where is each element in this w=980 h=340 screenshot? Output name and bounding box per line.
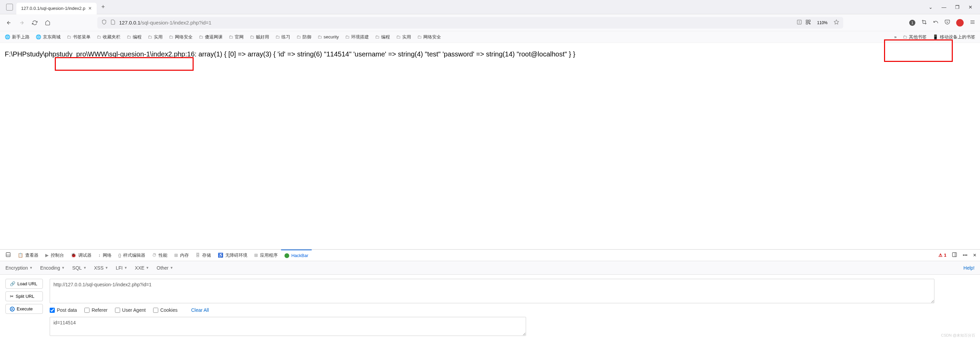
devtools-dock-icon[interactable] [3, 252, 13, 258]
forward-button[interactable] [18, 19, 26, 27]
zoom-level[interactable]: 110% [814, 20, 830, 26]
devtools-tab[interactable]: ↕网络 [95, 249, 115, 261]
qr-icon[interactable] [805, 19, 811, 26]
caret-down-icon: ▼ [146, 266, 149, 270]
tab-icon: ↕ [98, 253, 101, 258]
bookmark-item[interactable]: 🗀收藏夹栏 [97, 34, 121, 40]
hackbar-help-link[interactable]: Help! [963, 265, 975, 271]
bookmark-item[interactable]: 🗀security [318, 34, 339, 40]
watermark: CSDN @未知百分百 [941, 333, 975, 338]
tab-close-icon[interactable]: ✕ [88, 6, 92, 11]
play-icon [10, 307, 14, 311]
shield-icon[interactable] [102, 19, 107, 26]
folder-icon: 🗀 [67, 34, 71, 40]
hackbar-menu[interactable]: LFI▼ [116, 265, 127, 271]
bookmark-item[interactable]: 🗀练习 [275, 34, 290, 40]
load-url-button[interactable]: 🔗Load URL [5, 279, 43, 289]
devtools-tab[interactable]: ▶控制台 [42, 249, 67, 261]
folder-icon: 🗀 [127, 34, 131, 40]
overflow-chevron-icon[interactable]: » [894, 34, 897, 40]
bookmark-label: 新手上路 [12, 34, 30, 40]
devtools-panel: 📋查看器▶控制台🐞调试器↕网络{}样式编辑器⏱性能⊞内存🗄存储♿无障碍环境⊞应用… [0, 249, 980, 340]
bookmark-item[interactable]: 🗀网络安全 [169, 34, 192, 40]
devtools-tab[interactable]: {}样式编辑器 [115, 249, 149, 261]
window-panel-icon[interactable] [6, 4, 13, 11]
hackbar-menu[interactable]: Encoding▼ [40, 265, 65, 271]
navbar: 127.0.0.1/sql-quesion-1/index2.php?id=1 … [0, 14, 980, 31]
devtools-tab[interactable]: 📋查看器 [14, 249, 42, 261]
user-agent-checkbox[interactable]: User Agent [115, 307, 146, 313]
caret-down-icon: ▼ [29, 266, 33, 270]
minimize-button[interactable]: — [942, 5, 946, 10]
devtools-tab[interactable]: ♿无障碍环境 [215, 249, 251, 261]
bookmark-item[interactable]: 🗀傻逼网课 [199, 34, 223, 40]
bookmark-label: 网络安全 [175, 34, 192, 40]
hackbar-menu[interactable]: Other▼ [156, 265, 173, 271]
devtools-more-icon[interactable]: ••• [963, 253, 967, 258]
mobile-bookmarks[interactable]: 📱移动设备上的书签 [933, 34, 975, 40]
bookmark-item[interactable]: 🗀书签菜单 [67, 34, 91, 40]
post-data-checkbox[interactable]: Post data [50, 307, 77, 313]
devtools-tab[interactable]: ⊞内存 [171, 249, 192, 261]
other-bookmarks[interactable]: 🗀其他书签 [903, 34, 927, 40]
referer-checkbox[interactable]: Referer [84, 307, 108, 313]
caret-down-icon: ▼ [61, 266, 65, 270]
bookmarks-bar: 🌐新手上路🌐京东商城🗀书签菜单🗀收藏夹栏🗀编程🗀实用🗀网络安全🗀傻逼网课🗀官网🗀… [0, 31, 980, 43]
undo-icon[interactable] [933, 19, 939, 26]
hackbar-menu[interactable]: XXE▼ [135, 265, 149, 271]
bookmark-item[interactable]: 🗀网络安全 [417, 34, 441, 40]
bookmark-item[interactable]: 🗀环境搭建 [345, 34, 369, 40]
bookmark-star-icon[interactable] [834, 19, 839, 26]
bookmark-item[interactable]: 🌐京东商城 [36, 34, 60, 40]
bookmark-item[interactable]: 🗀防御 [296, 34, 311, 40]
hackbar-menu[interactable]: SQL▼ [72, 265, 86, 271]
browser-tab[interactable]: 127.0.0.1/sql-quesion-1/index2.p ✕ [16, 3, 97, 14]
devtools-tab[interactable]: ⊞应用程序 [251, 249, 281, 261]
pocket-icon[interactable] [945, 19, 950, 26]
reload-button[interactable] [30, 19, 39, 27]
home-button[interactable] [43, 19, 52, 27]
bookmark-item[interactable]: 🗀编程 [375, 34, 390, 40]
bookmark-item[interactable]: 🗀贼好用 [250, 34, 269, 40]
bookmark-item[interactable]: 🗀官网 [229, 34, 243, 40]
devtools-tab[interactable]: 🐞调试器 [67, 249, 95, 261]
url-bar[interactable]: 127.0.0.1/sql-quesion-1/index2.php?id=1 … [97, 17, 843, 29]
bookmark-item[interactable]: 🗀实用 [396, 34, 411, 40]
page-icon[interactable] [110, 19, 116, 26]
split-url-button[interactable]: ✂Split URL [5, 291, 43, 301]
bookmarks-overflow: » 🗀其他书签 📱移动设备上的书签 [894, 34, 975, 40]
bookmark-item[interactable]: 🌐新手上路 [5, 34, 30, 40]
hackbar-menu[interactable]: Encryption▼ [5, 265, 33, 271]
chevron-down-icon[interactable]: ⌄ [929, 5, 933, 10]
hackbar-menu[interactable]: XSS▼ [94, 265, 108, 271]
bookmark-item[interactable]: 🗀编程 [127, 34, 142, 40]
error-count[interactable]: 1 [939, 253, 946, 258]
svg-rect-4 [809, 20, 811, 22]
close-window-button[interactable]: ✕ [969, 5, 972, 10]
scissors-icon: ✂ [10, 294, 14, 299]
tab-icon: 📋 [18, 253, 23, 258]
devtools-tab[interactable]: 🗄存储 [192, 249, 215, 261]
cookies-checkbox[interactable]: Cookies [153, 307, 178, 313]
maximize-button[interactable]: ❐ [955, 5, 959, 10]
crop-icon[interactable] [921, 19, 927, 26]
bookmark-label: 贼好用 [256, 34, 269, 40]
menu-icon[interactable] [970, 19, 975, 26]
execute-button[interactable]: Execute [5, 304, 43, 314]
hackbar-url-input[interactable] [50, 279, 934, 303]
bookmark-label: 实用 [154, 34, 163, 40]
extension-icon[interactable] [956, 19, 964, 27]
notification-badge[interactable]: 1 [909, 20, 915, 26]
bookmark-item[interactable]: 🗀实用 [148, 34, 163, 40]
devtools-dock-side-icon[interactable] [952, 252, 957, 258]
hackbar-post-input[interactable] [50, 317, 526, 336]
svg-rect-7 [810, 24, 810, 24]
tab-label: 网络 [103, 252, 111, 258]
devtools-tab[interactable]: ⏱性能 [149, 249, 171, 261]
devtools-tab[interactable]: HackBar [281, 249, 312, 261]
devtools-close-icon[interactable]: ✕ [973, 253, 977, 258]
reader-icon[interactable] [797, 19, 802, 26]
back-button[interactable] [5, 19, 13, 27]
clear-all-link[interactable]: Clear All [191, 307, 209, 313]
new-tab-button[interactable]: + [97, 3, 110, 11]
